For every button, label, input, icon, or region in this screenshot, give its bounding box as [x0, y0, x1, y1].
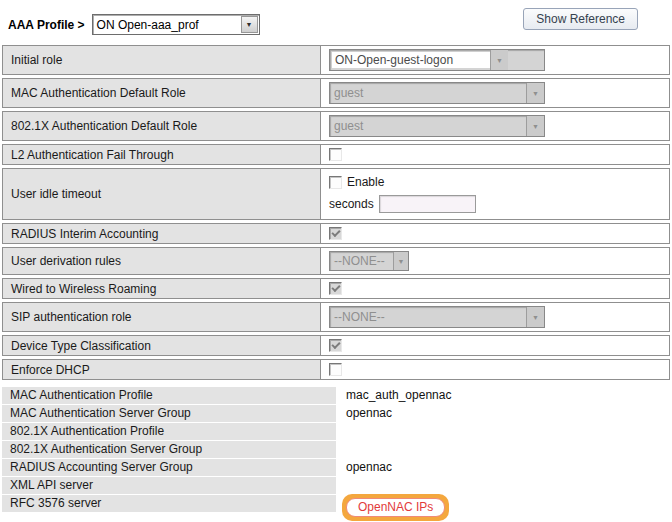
dropdown-arrow-icon: ▼ — [526, 83, 544, 103]
profile-label: XML API server — [2, 477, 336, 494]
show-reference-button[interactable]: Show Reference — [523, 8, 638, 30]
profile-label: 802.1X Authentication Server Group — [2, 441, 336, 458]
profile-label: 802.1X Authentication Profile — [2, 423, 336, 440]
settings-row: MAC Authentication Default Roleguest▼ — [2, 78, 670, 108]
aaa-profile-select-value: ON Open-aaa_prof — [93, 18, 241, 32]
setting-value-cell — [321, 145, 669, 164]
profile-label: MAC Authentication Profile — [2, 387, 336, 404]
setting-value-cell — [321, 360, 669, 379]
setting-select: guest▼ — [329, 115, 545, 137]
setting-label: SIP authentication role — [3, 303, 321, 331]
aaa-profile-select[interactable]: ON Open-aaa_prof ▼ — [92, 14, 260, 35]
profile-row: XML API server — [2, 477, 670, 494]
seconds-label: seconds — [329, 197, 374, 211]
profile-label: RFC 3576 server — [2, 495, 336, 512]
settings-row: Enforce DHCP — [2, 359, 670, 380]
setting-value-cell: --NONE--▼ — [321, 248, 669, 274]
setting-checkbox[interactable] — [329, 363, 342, 376]
profile-value: OpenNAC IPs — [336, 495, 449, 521]
enable-label: Enable — [347, 175, 384, 189]
setting-label: Enforce DHCP — [3, 360, 321, 379]
setting-select-value: guest — [330, 119, 526, 133]
setting-label: Wired to Wireless Roaming — [3, 279, 321, 298]
profile-row: RFC 3576 serverOpenNAC IPs — [2, 495, 670, 521]
dropdown-arrow-icon: ▼ — [526, 307, 544, 327]
profile-value: opennac — [336, 405, 392, 420]
rfc3576-server-link[interactable]: OpenNAC IPs — [346, 498, 445, 517]
seconds-input[interactable] — [379, 195, 476, 213]
dropdown-arrow-icon[interactable]: ▼ — [241, 16, 258, 33]
setting-value-cell: ON-Open-guest-logon▼ — [321, 46, 669, 74]
setting-value-cell: guest▼ — [321, 79, 669, 107]
settings-row: User derivation rules--NONE--▼ — [2, 247, 670, 275]
setting-select-value: --NONE-- — [330, 254, 393, 268]
setting-select[interactable]: ON-Open-guest-logon▼ — [329, 49, 545, 71]
setting-value-cell — [321, 336, 669, 355]
dropdown-arrow-icon: ▼ — [490, 50, 508, 70]
setting-label: User derivation rules — [3, 248, 321, 274]
profile-row: 802.1X Authentication Profile — [2, 423, 670, 440]
highlight-annotation: OpenNAC IPs — [342, 494, 449, 521]
settings-row: Wired to Wireless Roaming — [2, 278, 670, 299]
profile-row: 802.1X Authentication Server Group — [2, 441, 670, 458]
header: AAA Profile > ON Open-aaa_prof ▼ Show Re… — [0, 0, 672, 40]
settings-row: SIP authentication role--NONE--▼ — [2, 302, 670, 332]
profile-label: RADIUS Accounting Server Group — [2, 459, 336, 476]
settings-row: Initial roleON-Open-guest-logon▼ — [2, 45, 670, 75]
settings-row: Device Type Classification — [2, 335, 670, 356]
profile-row: MAC Authentication Server Groupopennac — [2, 405, 670, 422]
dropdown-arrow-icon: ▼ — [526, 116, 544, 136]
settings-row: 802.1X Authentication Default Roleguest▼ — [2, 111, 670, 141]
setting-checkbox — [329, 282, 342, 295]
profile-value — [336, 477, 346, 478]
setting-label: MAC Authentication Default Role — [3, 79, 321, 107]
setting-label: RADIUS Interim Accounting — [3, 224, 321, 243]
enable-checkbox[interactable] — [329, 176, 342, 189]
profile-value: opennac — [336, 459, 392, 474]
idle-timeout-seconds-group: seconds — [329, 195, 476, 213]
profile-row: MAC Authentication Profilemac_auth_openn… — [2, 387, 670, 404]
settings-row: RADIUS Interim Accounting — [2, 223, 670, 244]
profile-row: RADIUS Accounting Server Groupopennac — [2, 459, 670, 476]
profile-value: mac_auth_opennac — [336, 387, 451, 402]
settings-table: Initial roleON-Open-guest-logon▼MAC Auth… — [2, 45, 670, 380]
dropdown-arrow-icon: ▼ — [393, 252, 408, 270]
idle-timeout-enable-group: Enable — [329, 175, 384, 189]
setting-select: guest▼ — [329, 82, 545, 104]
setting-value-cell — [321, 224, 669, 243]
breadcrumb: AAA Profile > — [8, 18, 85, 32]
profile-references-list: MAC Authentication Profilemac_auth_openn… — [2, 387, 670, 521]
setting-select: --NONE--▼ — [329, 251, 409, 271]
setting-label: L2 Authentication Fail Through — [3, 145, 321, 164]
setting-label: User idle timeout — [3, 169, 321, 219]
setting-checkbox — [329, 227, 342, 240]
profile-value-text: opennac — [346, 460, 392, 474]
setting-value-cell: guest▼ — [321, 112, 669, 140]
setting-value-cell — [321, 279, 669, 298]
profile-value-text: mac_auth_opennac — [346, 388, 451, 402]
setting-label: Initial role — [3, 46, 321, 74]
profile-label: MAC Authentication Server Group — [2, 405, 336, 422]
settings-row: L2 Authentication Fail Through — [2, 144, 670, 165]
setting-select-value: guest — [330, 86, 526, 100]
setting-label: Device Type Classification — [3, 336, 321, 355]
setting-checkbox[interactable] — [329, 148, 342, 161]
profile-value — [336, 441, 346, 442]
setting-value-cell: Enableseconds — [321, 169, 669, 219]
setting-select-value: --NONE-- — [330, 310, 526, 324]
setting-select-value: ON-Open-guest-logon — [332, 52, 490, 68]
setting-select: --NONE--▼ — [329, 306, 545, 328]
setting-label: 802.1X Authentication Default Role — [3, 112, 321, 140]
setting-value-cell: --NONE--▼ — [321, 303, 669, 331]
profile-value-text: opennac — [346, 406, 392, 420]
settings-row: User idle timeoutEnableseconds — [2, 168, 670, 220]
profile-value — [336, 423, 346, 424]
setting-checkbox — [329, 339, 342, 352]
